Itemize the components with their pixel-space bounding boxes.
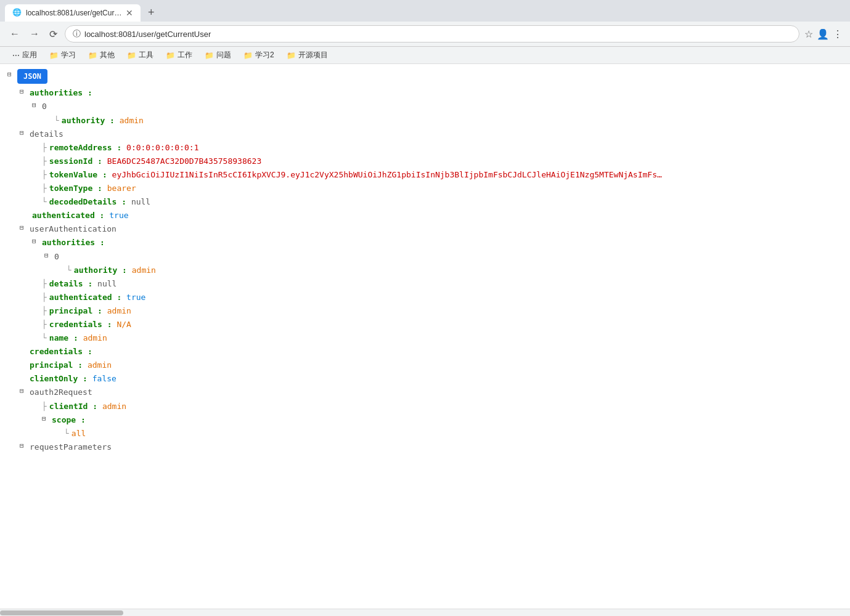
decodedDetails-key: decodedDetails : [49,195,126,209]
bookmark-opensource[interactable]: 📁 开源项目 [282,49,333,62]
dd-connector: └ [42,195,47,209]
ua-name-row: └ name : admin [42,331,843,345]
credentials-key: credentials : [30,345,92,359]
reload-button[interactable]: ⟳ [47,26,60,43]
cid-connector: ├ [42,400,47,413]
bookmark-study1-label: 学习 [61,50,76,60]
address-bar[interactable]: ⓘ localhost:8081/user/getCurrentUser [65,25,799,43]
scope-collapse[interactable]: ⊟ [42,413,52,425]
bookmark-opensource-label: 开源项目 [298,50,328,60]
ua-authed-connector: ├ [42,291,47,304]
sessionId-row: ├ sessionId : BEA6DC25487AC32D0D7B435758… [42,155,843,168]
ua-item-0-idx: 0 [54,250,59,264]
authorities-collapse[interactable]: ⊟ [20,86,30,98]
profile-button[interactable]: 👤 [817,28,829,40]
forward-button[interactable]: → [27,26,42,42]
apps-icon: ⋅⋅⋅ [12,51,20,60]
bookmark-apps[interactable]: ⋅⋅⋅ 应用 [7,49,42,62]
bookmark-issues-label: 问题 [216,50,231,60]
details-collapse[interactable]: ⊟ [20,128,30,139]
rp-key: requestParameters [30,440,112,454]
ua-cred-connector: ├ [42,318,47,331]
bookmark-tools-label: 工具 [139,50,153,60]
nav-actions: ☆ 👤 ⋮ [804,28,843,40]
json-badge[interactable]: JSON [17,69,47,84]
bookmark-study2[interactable]: 📁 学习2 [239,49,279,62]
details-key: details [30,128,63,141]
root-collapse[interactable]: ⊟ [7,69,17,81]
tab-bar: 🌐 localhost:8081/user/getCurren ✕ + [0,0,850,22]
requestParameters-row: ⊟ requestParameters [20,440,843,454]
credentials-row: credentials : [20,345,843,359]
principal-key: principal : [30,359,83,372]
oauth2Request-row: ⊟ oauth2Request [20,386,843,399]
bookmark-work[interactable]: 📁 工作 [161,49,197,62]
scope-connector: └ [64,427,69,440]
address-text: localhost:8081/user/getCurrentUser [84,30,791,39]
clientId-val: admin [102,400,126,413]
remoteAddress-row: ├ remoteAddress : 0:0:0:0:0:0:0:1 [42,141,843,155]
authority-row: └ authority : admin [54,114,843,128]
bookmarks-bar: ⋅⋅⋅ 应用 📁 学习 📁 其他 📁 工具 📁 工作 📁 问题 📁 学习2 📁 [0,47,850,64]
json-viewer: ⊟ JSON ⊟ authorities : ⊟ 0 └ authority :… [0,64,850,459]
ua-item-0-collapse[interactable]: ⊟ [44,250,54,262]
lock-icon: ⓘ [73,28,81,39]
ua-authority-key: authority : [74,264,127,277]
bookmark-button[interactable]: ☆ [804,28,813,40]
ua-credentials-key: credentials : [49,318,112,331]
new-tab-button[interactable]: + [143,4,160,22]
bookmark-issues[interactable]: 📁 问题 [200,49,236,62]
sid-connector: ├ [42,155,47,168]
authenticated-row: authenticated : true [20,209,843,222]
ua-det-connector: ├ [42,277,47,291]
ua-item-0-row: ⊟ 0 [44,250,843,264]
tab-favicon: 🌐 [12,8,22,18]
tv-connector: ├ [42,168,47,182]
ua-principal-key: principal : [49,304,102,318]
ua-authorities-collapse[interactable]: ⊟ [32,236,42,248]
clientId-key: clientId : [49,400,97,413]
active-tab[interactable]: 🌐 localhost:8081/user/getCurren ✕ [5,4,141,22]
folder-icon-4: 📁 [166,51,175,60]
ua-collapse[interactable]: ⊟ [20,222,30,234]
bookmark-other[interactable]: 📁 其他 [83,49,120,62]
ua-details-val: null [97,277,116,291]
clientOnly-val: false [92,372,116,386]
ua-name-val: admin [83,331,107,345]
back-button[interactable]: ← [7,26,22,42]
principal-root-row: principal : admin [20,359,843,372]
oauth2-collapse[interactable]: ⊟ [20,386,30,397]
clientOnly-key: clientOnly : [30,372,88,386]
ua-details-key: details : [49,277,92,291]
authorities-key: authorities : [30,86,92,100]
bookmark-study1[interactable]: 📁 学习 [44,49,81,62]
ua-authority-row: └ authority : admin [67,264,843,277]
decodedDetails-val: null [131,195,150,209]
tab-close-button[interactable]: ✕ [126,9,133,17]
rp-collapse[interactable]: ⊟ [20,440,30,452]
clientId-row: ├ clientId : admin [42,400,843,413]
sessionId-key: sessionId : [49,155,102,168]
tokenType-val: bearer [107,182,136,195]
json-root-row: ⊟ JSON [7,69,843,86]
authenticated-val: true [109,209,128,222]
oauth2-key: oauth2Request [30,386,92,399]
ua-credentials-val: N/A [116,318,131,331]
bookmark-apps-label: 应用 [22,50,37,60]
ua-auth-connector: └ [67,264,72,277]
tokenValue-row: ├ tokenValue : eyJhbGciOiJIUzI1NiIsInR5c… [42,168,843,182]
bookmark-tools[interactable]: 📁 工具 [122,49,158,62]
tokenType-key: tokenType : [49,182,102,195]
tokenValue-key: tokenValue : [49,168,107,182]
ua-name-connector: └ [42,331,47,345]
ua-name-key: name : [49,331,78,345]
menu-button[interactable]: ⋮ [833,28,843,40]
ua-authorities-key: authorities : [42,236,105,249]
sessionId-val: BEA6DC25487AC32D0D7B435758938623 [107,155,261,168]
folder-icon-2: 📁 [88,51,97,60]
ua-details-row: ├ details : null [42,277,843,291]
scope-key: scope : [52,413,86,427]
auth-item-0-collapse[interactable]: ⊟ [32,100,42,111]
browser-chrome: 🌐 localhost:8081/user/getCurren ✕ + ← → … [0,0,850,64]
folder-icon-7: 📁 [287,51,296,60]
